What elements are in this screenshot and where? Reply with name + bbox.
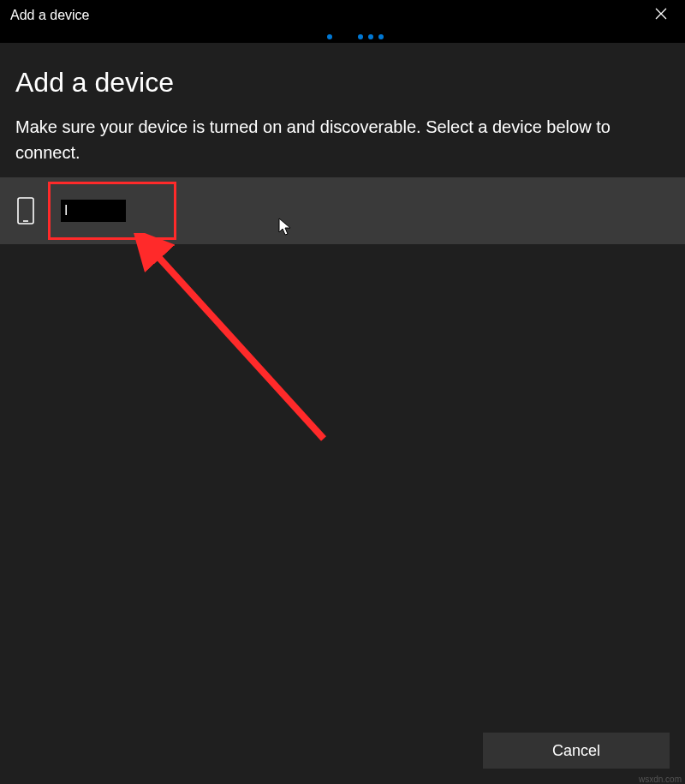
progress-indicator bbox=[0, 31, 685, 43]
svg-rect-2 bbox=[18, 198, 33, 224]
page-subtext: Make sure your device is turned on and d… bbox=[15, 114, 670, 165]
window-title: Add a device bbox=[10, 8, 90, 23]
progress-dot bbox=[358, 34, 363, 39]
annotation-highlight-box: I bbox=[48, 182, 176, 240]
close-icon bbox=[655, 8, 667, 22]
phone-icon bbox=[15, 196, 36, 225]
close-button[interactable] bbox=[647, 2, 675, 29]
content-area: Add a device Make sure your device is tu… bbox=[0, 43, 685, 165]
footer: Cancel bbox=[483, 733, 670, 769]
progress-dot bbox=[378, 34, 384, 39]
device-name-label: I bbox=[64, 203, 68, 218]
svg-line-5 bbox=[151, 248, 324, 439]
titlebar: Add a device bbox=[0, 0, 685, 31]
device-list-item[interactable]: I bbox=[0, 177, 685, 244]
watermark: wsxdn.com bbox=[639, 775, 682, 784]
progress-dot bbox=[368, 34, 373, 39]
progress-dot bbox=[327, 34, 332, 39]
page-title: Add a device bbox=[15, 67, 670, 99]
device-name-redacted: I bbox=[61, 200, 126, 222]
annotation-arrow bbox=[127, 233, 341, 456]
cancel-button[interactable]: Cancel bbox=[483, 733, 670, 769]
